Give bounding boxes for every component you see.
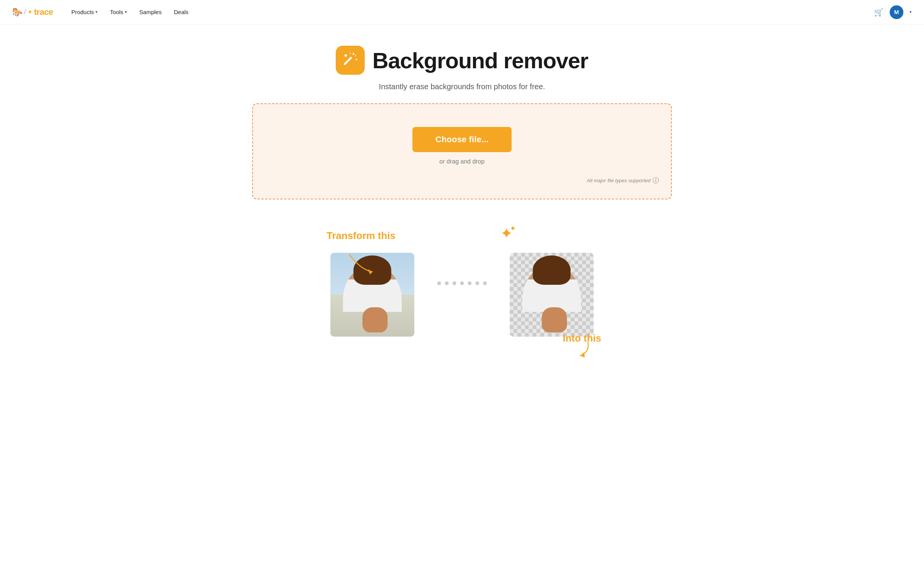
svg-point-4	[350, 53, 351, 54]
cart-icon[interactable]: 🛒	[874, 8, 884, 17]
tools-caret-icon: ▾	[125, 10, 127, 14]
logo[interactable]: 🐎 / ✦ trace	[12, 7, 53, 17]
nav-samples[interactable]: Samples	[135, 6, 166, 18]
file-types-text: All major file types supported i	[587, 177, 659, 183]
drag-drop-text: or drag and drop	[439, 158, 485, 165]
file-types-row: All major file types supported i	[265, 177, 659, 183]
demo-right: ✦ ✦ Into this	[510, 230, 594, 337]
dot-6	[475, 281, 479, 285]
svg-point-3	[356, 59, 357, 60]
logo-star: ✦	[27, 8, 32, 16]
nav-links: Products ▾ Tools ▾ Samples Deals	[67, 6, 874, 18]
demo-left: Transform this	[330, 230, 414, 337]
svg-text:✦: ✦	[510, 224, 516, 233]
sparkles-icon: ✦ ✦	[500, 224, 519, 243]
hero-title-row: Background remover	[336, 46, 588, 75]
magic-wand-icon	[342, 52, 359, 69]
dot-4	[460, 281, 464, 285]
svg-rect-0	[343, 56, 352, 65]
upload-area: Choose file... or drag and drop All majo…	[252, 103, 672, 199]
svg-point-5	[355, 55, 356, 56]
avatar-caret-icon[interactable]: ▾	[910, 10, 912, 14]
nav-tools[interactable]: Tools ▾	[105, 6, 132, 18]
dot-7	[483, 281, 487, 285]
hero-subtitle: Instantly erase backgrounds from photos …	[379, 82, 545, 91]
info-icon[interactable]: i	[653, 177, 659, 183]
hero-title: Background remover	[372, 48, 588, 73]
dot-3	[452, 281, 456, 285]
demo-section: Transform this	[0, 215, 924, 360]
into-arrow-icon	[576, 339, 599, 358]
logo-horse: 🐎	[12, 7, 23, 17]
logo-slash: /	[24, 8, 26, 16]
products-caret-icon: ▾	[95, 10, 98, 14]
dot-5	[468, 281, 472, 285]
transform-arrow-icon	[346, 251, 376, 278]
choose-file-button[interactable]: Choose file...	[412, 127, 512, 152]
transform-label: Transform this	[327, 230, 396, 242]
nav-products[interactable]: Products ▾	[67, 6, 102, 18]
dot-1	[437, 281, 441, 285]
dot-2	[445, 281, 449, 285]
navbar: 🐎 / ✦ trace Products ▾ Tools ▾ Samples D…	[0, 0, 924, 24]
svg-marker-12	[368, 269, 372, 274]
nav-right: 🛒 M ▾	[874, 5, 912, 19]
after-image	[510, 253, 594, 337]
logo-text: trace	[34, 7, 53, 17]
hero-icon	[336, 46, 365, 75]
nav-deals[interactable]: Deals	[169, 6, 193, 18]
dots-row	[422, 281, 502, 285]
hero-section: Background remover Instantly erase backg…	[0, 24, 924, 215]
avatar[interactable]: M	[890, 5, 903, 19]
